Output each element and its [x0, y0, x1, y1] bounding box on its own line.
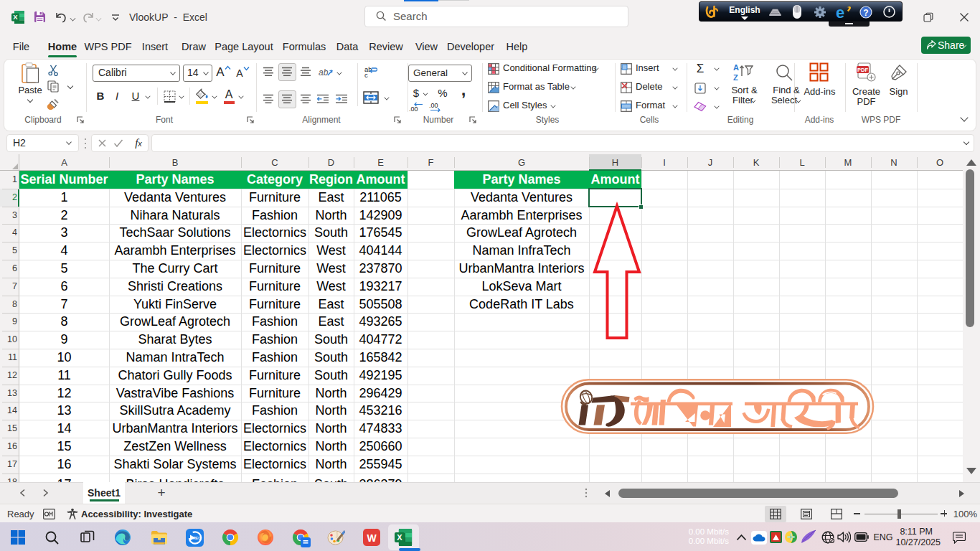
svg-text:ab: ab	[319, 67, 329, 77]
svg-text:X: X	[13, 13, 18, 21]
svg-text:c: c	[364, 71, 368, 78]
svg-text:X: X	[397, 533, 402, 542]
svg-text:REC: REC	[193, 536, 201, 540]
svg-text:A: A	[733, 63, 739, 72]
svg-text:.00: .00	[409, 105, 418, 113]
svg-text:?: ?	[863, 8, 868, 18]
svg-text:Z: Z	[733, 73, 738, 82]
svg-text:.00: .00	[429, 102, 438, 109]
svg-text:e: e	[836, 4, 844, 20]
svg-text:W: W	[367, 532, 377, 544]
svg-text:PDF: PDF	[857, 67, 868, 73]
